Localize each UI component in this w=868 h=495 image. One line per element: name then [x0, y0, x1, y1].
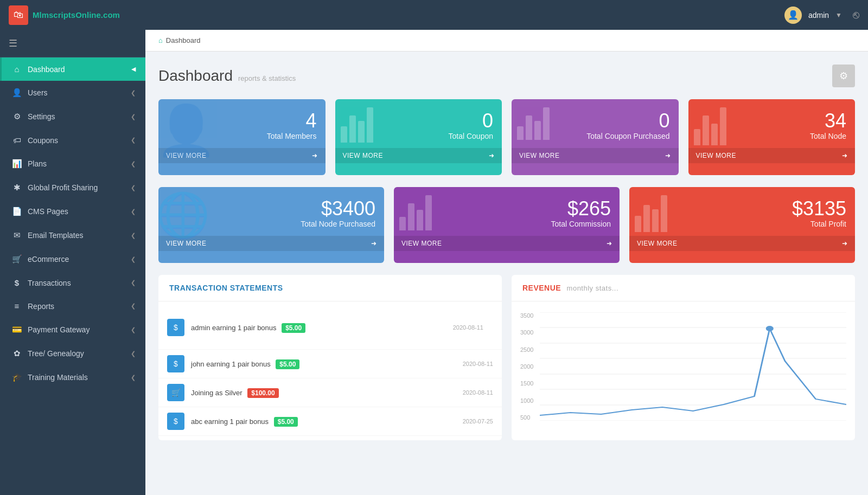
sidebar-item-tree-genealogy[interactable]: ✿ Tree/ Genealogy ❮: [0, 342, 145, 365]
chevron-icon: ❮: [131, 350, 136, 357]
tx-badge: $5.00: [274, 417, 298, 427]
sidebar-item-global-profit-sharing[interactable]: ✱ Global Profit Sharing ❮: [0, 176, 145, 200]
sidebar: ☰ ⌂ Dashboard ◀ 👤 Users ❮ ⚙ Settings ❮ 🏷…: [0, 30, 145, 495]
tx-date: 2020-08-11: [455, 361, 493, 367]
stat-label-coupon-purchased: Total Coupon Purchased: [520, 132, 670, 140]
view-more-coupon-purchased[interactable]: VIEW MORE ➜: [512, 148, 679, 163]
avatar: 👤: [784, 7, 802, 24]
chevron-icon: ❮: [131, 208, 136, 215]
chevron-icon: ◀: [131, 66, 136, 73]
transaction-item: $ admin earning 1 pair bonus $5.00 2020-…: [158, 306, 502, 350]
tx-desc: abc earning 1 pair bonus $5.00: [191, 417, 449, 426]
sidebar-item-label: Dashboard: [28, 65, 126, 74]
sidebar-item-training-materials[interactable]: 🎓 Training Materials ❮: [0, 365, 145, 389]
view-more-profit[interactable]: VIEW MORE ➜: [629, 236, 855, 251]
sidebar-item-label: Email Templates: [28, 231, 125, 240]
sidebar-item-users[interactable]: 👤 Users ❮: [0, 81, 145, 105]
stat-card-commission: $265 Total Commission VIEW MORE ➜: [394, 187, 620, 263]
sidebar-item-label: Transactions: [28, 279, 125, 287]
transaction-item: $ abc earning 1 pair bonus $5.00 2020-07…: [158, 407, 502, 436]
stat-card-members: 👤 4 Total Members VIEW MORE ➜: [158, 99, 326, 175]
bottom-section: TRANSACTION STATEMENTS $ admin earning 1…: [158, 275, 855, 440]
top-navbar: 🛍 MlmscriptsOnline.com 👤 admin ▼ ⎋: [0, 0, 868, 30]
chart-container: 3500 3000 2500 2000 1500 1000 500: [512, 301, 855, 437]
settings-icon: ⚙: [11, 112, 22, 121]
arrow-icon: ➜: [312, 152, 318, 159]
arrow-icon: ➜: [371, 240, 377, 247]
stat-label-commission: Total Commission: [403, 220, 611, 228]
page-content: Dashboard reports & statistics ⚙ 👤 4 Tot…: [145, 52, 868, 495]
stat-card-coupon-purchased: 0 Total Coupon Purchased VIEW MORE ➜: [512, 99, 679, 175]
revenue-panel: REVENUE monthly stats... 3500 3000 2500 …: [512, 275, 855, 440]
plans-icon: 📊: [11, 159, 22, 169]
sidebar-item-email-templates[interactable]: ✉ Email Templates ❮: [0, 223, 145, 247]
transaction-item: 🛒 Joining as Silver $100.00 2020-08-11: [158, 378, 502, 407]
sidebar-item-transactions[interactable]: $ Transactions ❮: [0, 271, 145, 294]
logo-text: MlmscriptsOnline.com: [33, 10, 120, 20]
arrow-icon: ➜: [842, 152, 848, 159]
sidebar-toggle[interactable]: ☰: [0, 30, 145, 57]
sidebar-item-coupons[interactable]: 🏷 Coupons ❮: [0, 128, 145, 152]
sidebar-item-label: Reports: [28, 302, 125, 311]
revenue-chart-svg: [540, 312, 846, 421]
stats-grid-row1: 👤 4 Total Members VIEW MORE ➜: [158, 99, 855, 175]
svg-point-8: [766, 326, 774, 331]
sidebar-item-cms-pages[interactable]: 📄 CMS Pages ❮: [0, 200, 145, 223]
tx-badge: $100.00: [247, 388, 278, 398]
transaction-list: $ admin earning 1 pair bonus $5.00 2020-…: [158, 301, 502, 440]
admin-dropdown[interactable]: admin: [808, 11, 829, 20]
chevron-icon: ❮: [131, 232, 136, 239]
chevron-icon: ❮: [131, 303, 136, 310]
arrow-icon: ➜: [842, 240, 848, 247]
training-icon: 🎓: [11, 372, 22, 382]
sidebar-item-label: Users: [28, 88, 125, 97]
chevron-icon: ❮: [131, 113, 136, 120]
stat-label-profit: Total Profit: [638, 220, 846, 228]
stat-card-profit: $3135 Total Profit VIEW MORE ➜: [629, 187, 855, 263]
reports-icon: ≡: [11, 301, 22, 311]
admin-chevron[interactable]: ▼: [835, 11, 842, 19]
sidebar-item-reports[interactable]: ≡ Reports ❮: [0, 294, 145, 318]
view-more-node[interactable]: VIEW MORE ➜: [688, 148, 856, 163]
content-area: ⌂ Dashboard Dashboard reports & statisti…: [145, 30, 868, 495]
email-icon: ✉: [11, 230, 22, 240]
revenue-subtitle: monthly stats...: [567, 284, 618, 292]
chart-area: 3500 3000 2500 2000 1500 1000 500: [520, 312, 846, 432]
top-nav-right: 👤 admin ▼ ⎋: [784, 7, 859, 24]
revenue-header: REVENUE monthly stats...: [512, 275, 855, 301]
logo-icon: 🛍: [9, 5, 28, 25]
home-icon: ⌂: [11, 65, 22, 74]
chevron-icon: ❮: [131, 184, 136, 191]
page-title: Dashboard: [158, 67, 233, 85]
bg-globe-icon: 🌐: [158, 190, 210, 241]
dollar-icon: $: [167, 413, 184, 430]
view-more-coupon[interactable]: VIEW MORE ➜: [335, 148, 502, 163]
tx-desc: admin earning 1 pair bonus $5.00: [191, 324, 439, 332]
transactions-title: TRANSACTION STATEMENTS: [169, 284, 283, 292]
view-more-commission[interactable]: VIEW MORE ➜: [394, 236, 620, 251]
sidebar-item-ecommerce[interactable]: 🛒 eCommerce ❮: [0, 247, 145, 271]
sidebar-item-label: Tree/ Genealogy: [28, 349, 125, 358]
chevron-icon: ❮: [131, 279, 136, 286]
settings-button[interactable]: ⚙: [832, 65, 855, 87]
page-subtitle: reports & statistics: [238, 74, 296, 82]
sidebar-item-label: eCommerce: [28, 255, 125, 263]
logout-button[interactable]: ⎋: [853, 9, 859, 21]
sidebar-item-plans[interactable]: 📊 Plans ❮: [0, 152, 145, 176]
chevron-icon: ❮: [131, 326, 136, 333]
sidebar-item-label: Payment Gateway: [28, 325, 125, 334]
arrow-icon: ➜: [607, 240, 612, 247]
stat-card-node: 34 Total Node VIEW MORE ➜: [688, 99, 856, 175]
revenue-title: REVENUE: [522, 284, 561, 292]
sidebar-item-dashboard[interactable]: ⌂ Dashboard ◀: [0, 57, 145, 81]
sidebar-item-payment-gateway[interactable]: 💳 Payment Gateway ❮: [0, 318, 145, 342]
tree-icon: ✿: [11, 349, 22, 358]
sidebar-item-settings[interactable]: ⚙ Settings ❮: [0, 105, 145, 128]
tx-desc: Joining as Silver $100.00: [191, 389, 449, 397]
cms-icon: 📄: [11, 207, 22, 216]
home-icon: ⌂: [158, 36, 163, 44]
page-title-group: Dashboard reports & statistics: [158, 67, 296, 85]
tx-badge: $5.00: [276, 359, 299, 369]
transactions-icon: $: [11, 278, 22, 287]
stat-label-node-purchased: Total Node Purchased: [167, 220, 375, 228]
